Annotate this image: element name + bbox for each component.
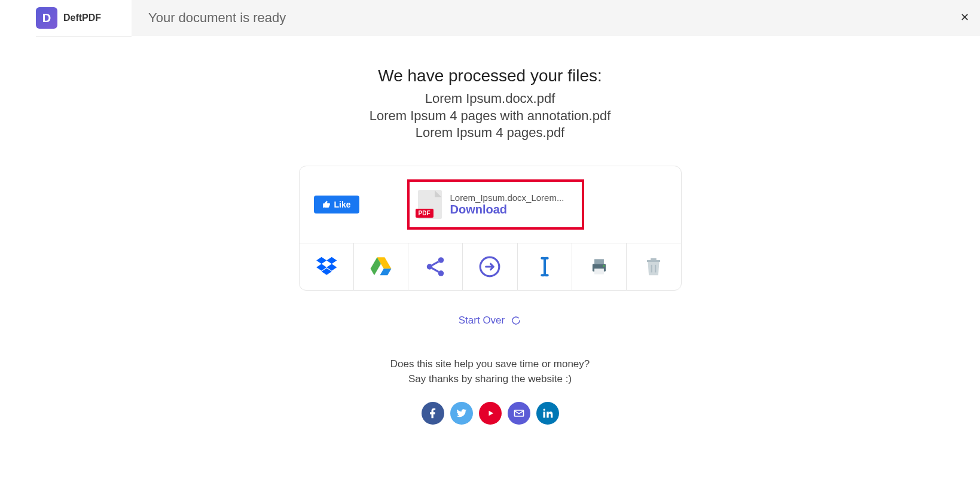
start-over-link[interactable]: Start Over	[221, 315, 759, 327]
delete-button[interactable]	[627, 243, 680, 290]
linkedin-icon	[542, 407, 554, 419]
text-cursor-icon	[533, 255, 556, 278]
share-icon	[424, 255, 447, 278]
like-button[interactable]: Like	[314, 196, 359, 213]
processed-filename-2: Lorem Ipsum 4 pages with annotation.pdf	[221, 108, 759, 125]
download-box[interactable]: PDF Lorem_Ipsum.docx_Lorem... Download	[407, 179, 585, 230]
result-card: Like PDF Lorem_Ipsum.docx_Lorem... Downl…	[299, 166, 682, 291]
like-label: Like	[334, 200, 351, 209]
svg-point-2	[438, 270, 444, 276]
share-button[interactable]	[408, 243, 463, 290]
download-meta: Lorem_Ipsum.docx_Lorem... Download	[450, 193, 564, 216]
action-row	[300, 243, 681, 290]
close-icon[interactable]: ✕	[960, 11, 969, 24]
twitter-share[interactable]	[450, 402, 473, 425]
card-top: Like PDF Lorem_Ipsum.docx_Lorem... Downl…	[300, 166, 681, 243]
logo-section[interactable]: D DeftPDF	[0, 0, 132, 36]
svg-point-0	[427, 264, 433, 270]
dropbox-button[interactable]	[300, 243, 354, 290]
prompt-line-1: Does this site help you save time or mon…	[221, 356, 759, 372]
share-prompt: Does this site help you save time or mon…	[221, 356, 759, 387]
thumbs-up-icon	[322, 200, 331, 209]
svg-point-1	[438, 257, 444, 263]
divider	[36, 36, 132, 36]
svg-line-4	[432, 268, 439, 272]
trash-icon	[642, 255, 665, 278]
download-filename: Lorem_Ipsum.docx_Lorem...	[450, 193, 564, 203]
main-content: We have processed your files: Lorem Ipsu…	[221, 36, 759, 425]
processed-heading: We have processed your files:	[221, 66, 759, 86]
facebook-icon	[427, 407, 439, 419]
twitter-icon	[456, 407, 468, 419]
start-over-label: Start Over	[459, 315, 505, 327]
email-icon	[513, 407, 525, 419]
pdf-badge: PDF	[416, 209, 433, 218]
gdrive-button[interactable]	[354, 243, 408, 290]
linkedin-share[interactable]	[536, 402, 559, 425]
page-title: Your document is ready	[148, 10, 286, 26]
svg-rect-7	[594, 259, 604, 264]
social-row	[221, 402, 759, 425]
download-label: Download	[450, 203, 564, 216]
svg-line-3	[432, 261, 439, 265]
printer-icon	[588, 255, 610, 278]
print-button[interactable]	[572, 243, 627, 290]
rename-button[interactable]	[518, 243, 572, 290]
file-icon: PDF	[418, 190, 442, 219]
processed-filename-1: Lorem Ipsum.docx.pdf	[221, 90, 759, 108]
gdrive-icon	[370, 255, 392, 278]
youtube-icon	[484, 407, 496, 419]
prompt-line-2: Say thanks by sharing the website :)	[221, 371, 759, 387]
svg-rect-8	[594, 269, 604, 274]
youtube-share[interactable]	[479, 402, 502, 425]
logo-text: DeftPDF	[63, 13, 101, 23]
svg-point-9	[603, 265, 605, 267]
arrow-circle-icon	[478, 255, 501, 278]
processed-filename-3: Lorem Ipsum 4 pages.pdf	[221, 124, 759, 142]
refresh-icon	[511, 315, 521, 326]
email-share[interactable]	[508, 402, 530, 425]
facebook-share[interactable]	[422, 402, 444, 425]
header-bar: D DeftPDF Your document is ready ✕	[0, 0, 980, 36]
dropbox-icon	[315, 255, 338, 278]
logo-icon: D	[36, 7, 57, 29]
next-button[interactable]	[463, 243, 517, 290]
